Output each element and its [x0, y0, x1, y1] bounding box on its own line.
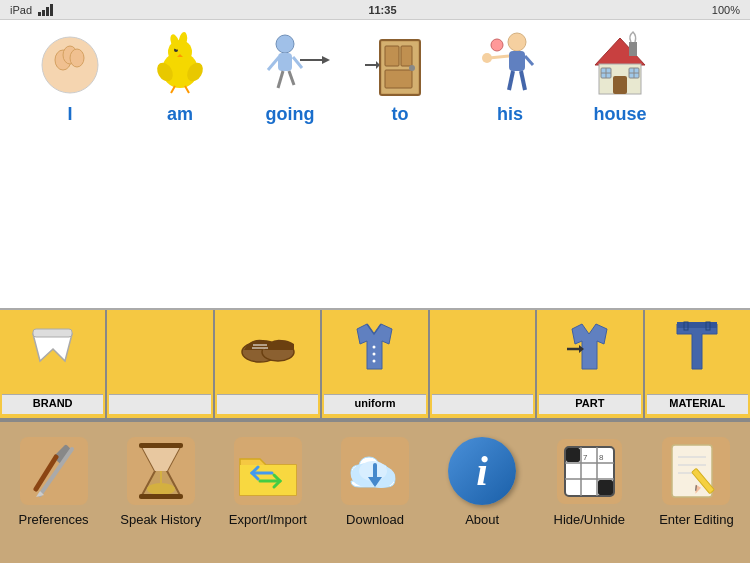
cat-label-part: PART: [539, 394, 640, 414]
svg-point-53: [373, 346, 376, 349]
export-import-icon: [233, 436, 303, 506]
cat-label-empty1: [109, 394, 210, 414]
svg-rect-47: [629, 42, 637, 56]
word-card-am[interactable]: am: [130, 30, 230, 125]
word-card-house[interactable]: house: [570, 30, 670, 125]
svg-rect-26: [385, 70, 412, 88]
word-icon-I: [30, 30, 110, 100]
export-import-label: Export/Import: [229, 512, 307, 527]
svg-point-55: [373, 360, 376, 363]
svg-marker-38: [595, 38, 645, 65]
word-card-his[interactable]: his: [460, 30, 560, 125]
svg-point-37: [491, 39, 503, 51]
status-left: iPad: [10, 4, 53, 16]
cat-label-empty2: [432, 394, 533, 414]
word-label-to: to: [392, 104, 409, 125]
download-button[interactable]: Download: [321, 430, 428, 527]
svg-line-13: [185, 86, 189, 93]
svg-rect-58: [677, 322, 717, 328]
cat-cell-uniform[interactable]: uniform: [322, 310, 429, 418]
speak-history-button[interactable]: Speak History: [107, 430, 214, 527]
svg-rect-89: [598, 480, 613, 495]
svg-text:8: 8: [599, 453, 604, 462]
word-card-going[interactable]: going: [240, 30, 340, 125]
signal-icon: [38, 4, 53, 16]
cat-icon-uniform: [324, 314, 425, 379]
preferences-label: Preferences: [19, 512, 89, 527]
svg-line-36: [525, 56, 533, 65]
svg-point-54: [373, 353, 376, 356]
svg-line-12: [171, 86, 175, 93]
cat-label-brand: BRAND: [2, 394, 103, 414]
svg-line-20: [268, 57, 279, 70]
cat-icon-material: [647, 314, 748, 379]
svg-point-69: [147, 483, 175, 495]
svg-rect-61: [20, 437, 88, 505]
svg-point-27: [409, 65, 415, 71]
about-button[interactable]: i About: [429, 430, 536, 527]
cat-cell-part[interactable]: PART: [537, 310, 644, 418]
word-icon-house: [580, 30, 660, 100]
word-label-house: house: [593, 104, 646, 125]
svg-line-34: [489, 56, 509, 58]
svg-line-18: [278, 71, 283, 88]
word-label-am: am: [167, 104, 193, 125]
cat-label-uniform: uniform: [324, 394, 425, 414]
word-label-I: I: [67, 104, 72, 125]
cat-cell-empty1[interactable]: [107, 310, 214, 418]
svg-line-32: [509, 71, 513, 90]
word-label-his: his: [497, 104, 523, 125]
svg-line-19: [289, 71, 294, 85]
svg-line-33: [521, 71, 525, 90]
word-label-going: going: [266, 104, 315, 125]
cat-label-material: MATERIAL: [647, 394, 748, 414]
export-import-button[interactable]: Export/Import: [214, 430, 321, 527]
enter-editing-icon: [661, 436, 731, 506]
cat-cell-shoes[interactable]: [215, 310, 322, 418]
svg-point-3: [70, 49, 84, 67]
word-card-to[interactable]: to: [350, 30, 450, 125]
sentence-area: I am: [0, 20, 750, 310]
cat-icon-empty2: [432, 314, 533, 379]
enter-editing-button[interactable]: Enter Editing: [643, 430, 750, 527]
enter-editing-label: Enter Editing: [659, 512, 733, 527]
cat-cell-material[interactable]: MATERIAL: [645, 310, 750, 418]
status-time: 11:35: [368, 4, 396, 16]
word-card-I[interactable]: I: [20, 30, 120, 125]
svg-rect-48: [33, 329, 72, 337]
word-icon-going: [250, 30, 330, 100]
bottom-toolbar: Preferences Speak History: [0, 420, 750, 563]
word-icon-his: [470, 30, 550, 100]
word-icon-am: [140, 30, 220, 100]
svg-rect-24: [385, 46, 399, 66]
cat-icon-empty1: [109, 314, 210, 379]
svg-point-35: [482, 53, 492, 63]
about-icon: i: [447, 436, 517, 506]
preferences-button[interactable]: Preferences: [0, 430, 107, 527]
svg-line-21: [293, 57, 302, 68]
cat-icon-shoes: [217, 314, 318, 379]
about-label: About: [465, 512, 499, 527]
category-grid: BRAND: [0, 310, 750, 420]
svg-marker-17: [322, 56, 330, 64]
cat-icon-part: [539, 314, 640, 379]
hide-unhide-icon: 7 8: [554, 436, 624, 506]
svg-rect-72: [139, 494, 183, 499]
cat-icon-brand: [2, 314, 103, 379]
svg-rect-71: [139, 443, 183, 448]
preferences-icon: [19, 436, 89, 506]
svg-rect-40: [613, 76, 627, 94]
cat-cell-brand[interactable]: BRAND: [0, 310, 107, 418]
info-circle: i: [448, 437, 516, 505]
download-icon: [340, 436, 410, 506]
svg-rect-15: [278, 53, 292, 71]
svg-rect-25: [401, 46, 412, 66]
hide-unhide-button[interactable]: 7 8 Hide/Unhide: [536, 430, 643, 527]
svg-point-14: [276, 35, 294, 53]
svg-point-30: [508, 33, 526, 51]
cat-cell-empty2[interactable]: [430, 310, 537, 418]
speak-history-label: Speak History: [120, 512, 201, 527]
cat-label-shoes: [217, 394, 318, 414]
word-icon-to: [360, 30, 440, 100]
battery-label: 100%: [712, 4, 740, 16]
